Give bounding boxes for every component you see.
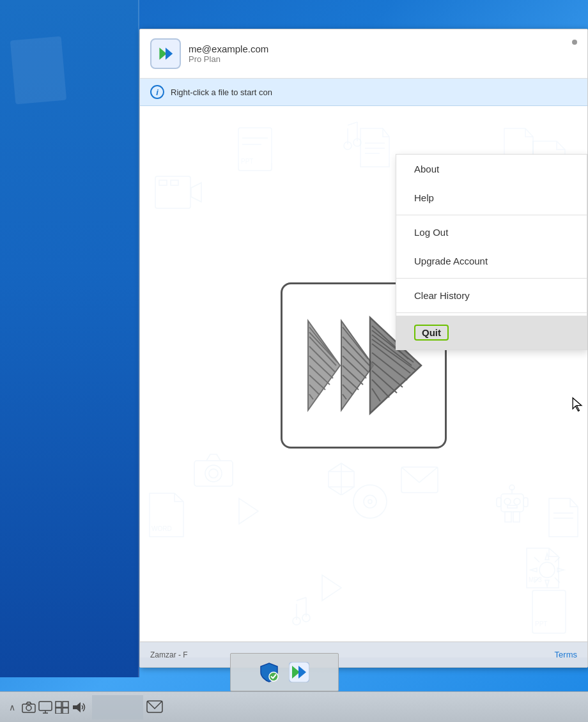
svg-point-30	[368, 500, 372, 503]
footer-terms-link[interactable]: Terms	[555, 650, 577, 659]
svg-text:PPT: PPT	[535, 620, 547, 627]
svg-marker-60	[341, 321, 373, 410]
user-plan: Pro Plan	[189, 54, 577, 64]
wm-gear-icon	[527, 549, 568, 594]
svg-rect-48	[532, 590, 566, 633]
wm-arrow2-icon	[319, 572, 344, 606]
svg-marker-17	[329, 463, 354, 495]
svg-point-47	[302, 614, 310, 622]
system-tray-popup	[230, 653, 339, 691]
svg-rect-91	[56, 708, 61, 714]
user-info: me@example.com Pro Plan	[189, 43, 577, 64]
menu-item-about[interactable]: About	[396, 155, 587, 183]
menu-separator-3	[396, 312, 587, 313]
info-message: Right-click a file to start con	[171, 88, 272, 97]
app-logo	[150, 38, 181, 69]
svg-rect-92	[63, 708, 68, 714]
wm-cd-icon	[351, 482, 389, 523]
svg-rect-14	[171, 180, 178, 185]
wm-music2-icon	[287, 594, 316, 632]
mouse-cursor	[571, 397, 584, 412]
svg-marker-12	[191, 183, 201, 202]
svg-rect-40	[523, 498, 528, 507]
desktop-left-panel	[0, 0, 139, 677]
taskbar-clock	[92, 695, 143, 719]
svg-rect-36	[507, 505, 517, 508]
svg-rect-89	[56, 702, 61, 707]
svg-rect-33	[513, 512, 520, 522]
wm-email-icon	[399, 465, 440, 498]
taskbar-camera-icon	[22, 701, 36, 714]
menu-separator-1	[396, 215, 587, 215]
menu-item-logout[interactable]: Log Out	[396, 218, 587, 247]
svg-rect-31	[501, 494, 523, 512]
svg-point-28	[353, 485, 387, 518]
taskbar-display-icon	[55, 701, 69, 714]
wm-ppt3-icon: PPT	[530, 588, 568, 638]
menu-item-upgrade[interactable]: Upgrade Account	[396, 247, 587, 275]
svg-point-10	[353, 139, 361, 146]
desktop: me@example.com Pro Plan i Right-click a …	[0, 0, 588, 722]
app-window: me@example.com Pro Plan i Right-click a …	[139, 29, 588, 668]
wm-arrow-icon	[236, 495, 261, 530]
svg-point-24	[209, 469, 218, 478]
svg-marker-50	[308, 321, 340, 410]
wm-doc-icon-3	[546, 495, 581, 542]
wm-doc-icon-1	[357, 125, 392, 173]
taskbar-monitor-icon	[38, 701, 52, 714]
header-dot	[572, 40, 577, 45]
user-email: me@example.com	[189, 43, 577, 54]
svg-rect-2	[238, 128, 272, 171]
svg-point-9	[344, 142, 352, 150]
svg-marker-93	[73, 702, 81, 712]
svg-marker-42	[239, 498, 258, 524]
taskbar-volume-icon	[72, 701, 87, 714]
tray-zamzar-icon[interactable]	[289, 662, 309, 682]
svg-rect-41	[401, 467, 438, 493]
menu-item-clear-history[interactable]: Clear History	[396, 281, 587, 310]
svg-marker-0	[159, 47, 166, 59]
svg-rect-90	[63, 702, 68, 707]
svg-point-85	[26, 705, 31, 710]
svg-rect-13	[159, 180, 167, 185]
quit-label: Quit	[414, 325, 449, 341]
tray-shield-icon[interactable]	[259, 662, 279, 682]
wm-3d-icon	[325, 460, 357, 498]
svg-point-29	[364, 495, 376, 508]
svg-rect-86	[39, 702, 52, 710]
taskbar-chevron[interactable]: ∧	[5, 702, 19, 712]
wm-music-icon	[338, 119, 367, 157]
taskbar-notification-icon[interactable]	[146, 698, 164, 716]
svg-point-35	[514, 498, 520, 505]
app-footer: Zamzar - F Terms	[140, 641, 587, 667]
app-header: me@example.com Pro Plan	[140, 29, 587, 79]
svg-rect-32	[505, 512, 511, 522]
svg-text:WORD: WORD	[151, 525, 172, 532]
svg-text:MP3: MP3	[529, 576, 542, 583]
wm-video-icon	[153, 170, 204, 217]
taskbar-left: ∧	[0, 701, 92, 714]
menu-item-help[interactable]: Help	[396, 183, 587, 212]
app-body: PPT	[140, 106, 587, 657]
wm-robot-icon	[495, 482, 530, 530]
taskbar: ∧	[0, 691, 588, 722]
info-bar: i Right-click a file to start con	[140, 79, 587, 106]
svg-rect-11	[155, 176, 190, 208]
svg-rect-39	[497, 498, 501, 507]
wm-word-icon: WORD	[146, 490, 188, 542]
wm-mp3-icon: MP3	[523, 545, 562, 594]
svg-point-38	[509, 485, 514, 490]
svg-point-34	[504, 498, 511, 505]
svg-point-21	[539, 562, 555, 578]
svg-point-23	[205, 465, 222, 482]
svg-rect-22	[194, 461, 233, 486]
footer-text: Zamzar - F	[150, 650, 188, 659]
svg-marker-1	[166, 47, 173, 59]
context-menu: About Help Log Out Upgrade Account Clear…	[396, 154, 587, 350]
menu-separator-2	[396, 278, 587, 279]
wm-ppt-icon-1: PPT	[236, 125, 274, 176]
menu-item-quit[interactable]: Quit	[396, 316, 587, 349]
info-icon: i	[150, 85, 164, 99]
svg-text:PPT: PPT	[241, 158, 253, 165]
svg-point-46	[293, 617, 300, 625]
